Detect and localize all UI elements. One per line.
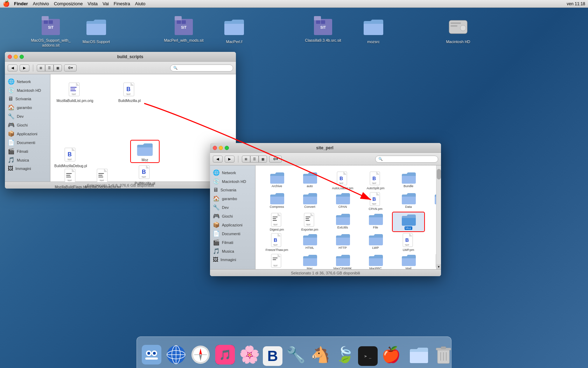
sidebar-musica-2[interactable]: 🎵 Musica xyxy=(210,247,255,255)
file-mozillabuildlist-orig[interactable]: TEXT MozillaBuildList.pm.orig xyxy=(61,81,89,103)
desktop-icon-5[interactable]: SIT Classilla9.3.4b.src.sit xyxy=(307,14,339,43)
dock-apple2[interactable]: 🍎 xyxy=(380,343,402,366)
sidebar-garambo-1[interactable]: 🏠 garambo xyxy=(5,103,50,112)
file-buildmozilladebug-pl[interactable]: B TEXT BuildMozillaDebug.pl xyxy=(57,146,85,168)
dock-bbedit[interactable]: B xyxy=(263,346,282,366)
file-http[interactable]: HTTP xyxy=(327,233,358,252)
file-mozillabuildflags[interactable]: TEXT MozillaBuildFlags.txt xyxy=(57,168,85,182)
file-moz-folder-1[interactable]: Moz xyxy=(131,141,159,162)
close-button-1[interactable] xyxy=(8,55,12,59)
menu-finestra[interactable]: Finestra xyxy=(114,1,130,6)
desktop-icon-1[interactable]: SIT MacOS_Support_with_addons.sit xyxy=(35,14,66,48)
dock-terminal[interactable]: > _ xyxy=(358,346,378,366)
file-maccfm68k[interactable]: MacCFM68K xyxy=(327,253,358,269)
sidebar-filmati-2[interactable]: 🎬 Filmati xyxy=(210,238,255,247)
file-buildmozilla-pl[interactable]: B TEXT BuildMozilla.pl xyxy=(115,81,144,103)
dock-finder[interactable] xyxy=(140,343,163,366)
sidebar-documenti-1[interactable]: 📄 Documenti xyxy=(5,138,50,147)
dock-safari[interactable] xyxy=(189,343,212,366)
file-exporter-pm[interactable]: TEXT Exporter.pm xyxy=(294,212,326,232)
scrollbar-thumb-2[interactable] xyxy=(437,169,441,179)
file-autoloader-pm[interactable]: BTEXT AutoLoader.pm xyxy=(327,171,358,190)
file-lwp[interactable]: LWP xyxy=(360,233,391,252)
file-mail[interactable]: Mail xyxy=(393,253,424,269)
sidebar-immagini-2[interactable]: 🖼 Immagini xyxy=(210,255,255,264)
dock-trash[interactable] xyxy=(432,343,455,366)
maximize-button-2[interactable] xyxy=(225,146,229,150)
icon-view-2[interactable]: ⊞ xyxy=(242,156,250,163)
sidebar-immagini-1[interactable]: 🖼 Immagini xyxy=(5,164,50,173)
file-moz-folder-2[interactable]: Moz xyxy=(393,212,424,232)
file-lwp-pm[interactable]: BTEXT LWP.pm xyxy=(393,233,424,252)
desktop-icon-3[interactable]: SIT MacPerl_with_mods.sit xyxy=(168,14,200,43)
file-html[interactable]: HTML xyxy=(294,233,326,252)
file-mozillacheckoutlist[interactable]: TEXT MozillaCheckoutList.txt xyxy=(89,168,117,182)
file-cpan-folder[interactable]: CPAN xyxy=(327,192,358,211)
sidebar-applicazioni-1[interactable]: 📦 Applicazioni xyxy=(5,129,50,138)
menu-finder[interactable]: Finder xyxy=(14,1,28,6)
desktop-icon-7[interactable]: Macintosh HD xyxy=(442,15,474,44)
dock-leaf[interactable]: 🍃 xyxy=(334,343,356,366)
sidebar-garambo-2[interactable]: 🏠 garambo xyxy=(210,194,255,203)
file-cpan-pm[interactable]: BTEXT CPAN.pm xyxy=(360,192,391,211)
dock-horse[interactable]: 🐴 xyxy=(309,343,331,366)
file-archive[interactable]: Archive xyxy=(261,171,293,190)
sidebar-documenti-2[interactable]: 📄 Documenti xyxy=(210,229,255,238)
list-view-1[interactable]: ☰ xyxy=(45,64,54,71)
sidebar-musica-1[interactable]: 🎵 Musica xyxy=(5,156,50,164)
menu-archivio[interactable]: Archivio xyxy=(33,1,49,6)
menu-composizione[interactable]: Composizione xyxy=(54,1,83,6)
menu-aiuto[interactable]: Aiuto xyxy=(135,1,146,6)
action-button-1[interactable]: ⚙▾ xyxy=(64,64,77,71)
forward-button-1[interactable]: ▶ xyxy=(20,64,29,71)
desktop-icon-2[interactable]: MacOS Support xyxy=(80,15,112,44)
file-compress[interactable]: Compress xyxy=(261,192,293,211)
file-file[interactable]: File xyxy=(360,212,391,232)
sidebar-giochi-1[interactable]: 🎮 Giochi xyxy=(5,121,50,129)
dock-flower[interactable]: 🌸 xyxy=(238,343,261,366)
list-view-2[interactable]: ☰ xyxy=(250,156,259,163)
sidebar-dev-1[interactable]: 🔧 Dev xyxy=(5,112,50,121)
file-freezethaw[interactable]: BTEXT FreezeThaw.pm xyxy=(261,233,293,252)
sidebar-machd-2[interactable]: 💿 Macintosh HD xyxy=(210,177,255,186)
dock-network[interactable] xyxy=(165,343,187,366)
file-pullmozilla[interactable]: B TEXT PullMozilla.pl xyxy=(131,164,159,182)
file-data[interactable]: Data xyxy=(393,192,424,211)
back-button-1[interactable]: ◀ xyxy=(8,64,18,71)
file-mac[interactable]: Mac xyxy=(294,253,326,269)
sidebar-scrivania-1[interactable]: 🖥 Scrivania xyxy=(5,95,50,103)
search-box-2[interactable]: 🔍 xyxy=(375,156,438,163)
forward-button-2[interactable]: ▶ xyxy=(225,156,234,163)
sidebar-machd-1[interactable]: 💿 Macintosh HD xyxy=(5,86,50,95)
dock-app-folder[interactable] xyxy=(408,343,430,366)
back-button-2[interactable]: ◀ xyxy=(213,156,223,163)
dock-music[interactable]: 🎵 xyxy=(214,343,236,366)
file-lwpcook[interactable]: TEXT lwpcook.pod xyxy=(261,253,293,269)
sidebar-network-1[interactable]: 🌐 Network xyxy=(5,77,50,86)
file-auto[interactable]: auto xyxy=(294,171,326,190)
sidebar-dev-2[interactable]: 🔧 Dev xyxy=(210,203,255,212)
search-box-1[interactable]: 🔍 xyxy=(170,64,233,71)
scrollbar-2[interactable]: ▼ xyxy=(436,165,441,269)
desktop-icon-4[interactable]: MacPerl.f xyxy=(218,15,250,44)
sidebar-applicazioni-2[interactable]: 📦 Applicazioni xyxy=(210,220,255,229)
file-digest-pm[interactable]: TEXT Digest.pm xyxy=(261,212,293,232)
scrollbar-down-2[interactable]: ▼ xyxy=(436,264,441,269)
file-extutils[interactable]: ExtUtils xyxy=(327,212,358,232)
apple-menu[interactable]: 🍎 xyxy=(3,0,10,7)
minimize-button-2[interactable] xyxy=(219,146,223,150)
sidebar-filmati-1[interactable]: 🎬 Filmati xyxy=(5,147,50,156)
action-button-2[interactable]: ⚙▾ xyxy=(269,156,282,163)
column-view-1[interactable]: ▦ xyxy=(54,64,62,71)
desktop-icon-6[interactable]: mozsrc xyxy=(358,15,389,44)
dock-tools[interactable]: 🔧 xyxy=(285,343,307,366)
file-autosplit-pm[interactable]: BTEXT AutoSplit.pm xyxy=(360,171,391,190)
close-button-2[interactable] xyxy=(213,146,217,150)
file-bundle[interactable]: Bundle xyxy=(393,171,424,190)
sidebar-network-2[interactable]: 🌐 Network xyxy=(210,168,255,177)
icon-view-1[interactable]: ⊞ xyxy=(37,64,45,71)
minimize-button-1[interactable] xyxy=(14,55,18,59)
column-view-2[interactable]: ▦ xyxy=(259,156,267,163)
sidebar-scrivania-2[interactable]: 🖥 Scrivania xyxy=(210,186,255,194)
file-convert[interactable]: Convert xyxy=(294,192,326,211)
